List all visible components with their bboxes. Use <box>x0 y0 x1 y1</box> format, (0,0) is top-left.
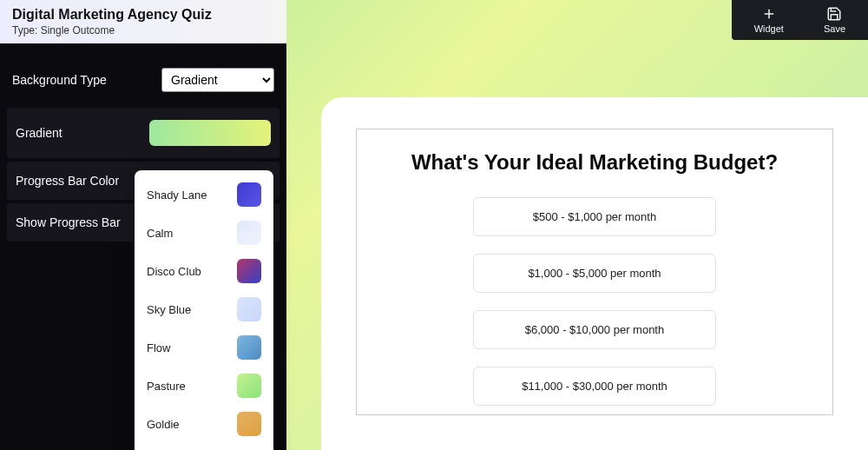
sidebar-header: Digital Marketing Agency Quiz Type: Sing… <box>0 0 286 43</box>
gradient-chip-disco <box>237 259 261 283</box>
gradient-option-goldie[interactable]: Goldie <box>135 405 273 443</box>
canvas-area: Widget Save What's Your Ideal Marketing … <box>286 0 868 450</box>
gradient-preview-swatch[interactable] <box>149 120 271 146</box>
gradient-option-sky[interactable]: Sky Blue <box>135 290 273 328</box>
quiz-type: Type: Single Outcome <box>12 24 274 36</box>
gradient-option-shady[interactable]: Shady Lane <box>135 175 273 214</box>
gradient-chip-goldie <box>237 412 261 436</box>
gradient-option-flow[interactable]: Flow <box>135 328 273 367</box>
gradient-option-label: Pasture <box>147 380 186 393</box>
save-button[interactable]: Save <box>817 3 852 36</box>
gradient-chip-sky <box>237 297 261 321</box>
progress-bar-color-label: Progress Bar Color <box>16 174 119 188</box>
quiz-answers: $500 - $1,000 per month$1,000 - $5,000 p… <box>473 197 716 406</box>
gradient-option-label: Shady Lane <box>147 189 207 202</box>
quiz-question: What's Your Ideal Marketing Budget? <box>411 150 778 175</box>
quiz-answer-2[interactable]: $6,000 - $10,000 per month <box>473 310 716 349</box>
gradient-chip-pasture <box>237 374 261 398</box>
sidebar: Digital Marketing Agency Quiz Type: Sing… <box>0 0 286 450</box>
topbar: Widget Save <box>732 0 868 40</box>
gradient-option-label: Goldie <box>147 418 180 431</box>
background-type-row: Background Type Gradient <box>0 56 286 104</box>
gradient-option-label: Disco Club <box>147 265 201 278</box>
gradient-option-label: Sky Blue <box>147 303 191 316</box>
widget-button[interactable]: Widget <box>747 3 791 36</box>
gradient-option-label: Calm <box>147 227 173 240</box>
gradient-chip-calm <box>237 221 261 245</box>
quiz-title: Digital Marketing Agency Quiz <box>12 7 274 23</box>
gradient-option-label: Flow <box>147 341 170 354</box>
gradient-option-pasture[interactable]: Pasture <box>135 367 273 405</box>
gradient-row[interactable]: Gradient <box>7 108 279 158</box>
gradient-chip-flow <box>237 335 261 360</box>
gradient-option-bubble[interactable]: Bubble <box>135 443 273 450</box>
quiz-answer-3[interactable]: $11,000 - $30,000 per month <box>473 367 716 406</box>
quiz-answer-1[interactable]: $1,000 - $5,000 per month <box>473 254 716 293</box>
plus-icon <box>761 6 777 22</box>
gradient-dropdown: Shady LaneCalmDisco ClubSky BlueFlowPast… <box>135 170 273 450</box>
gradient-chip-shady <box>237 182 261 207</box>
sidebar-controls: Background Type Gradient Gradient Progre… <box>0 43 286 450</box>
show-progress-bar-label: Show Progress Bar <box>16 215 121 229</box>
background-type-label: Background Type <box>12 73 107 87</box>
gradient-label: Gradient <box>16 126 62 140</box>
gradient-option-disco[interactable]: Disco Club <box>135 252 273 290</box>
quiz-inner: What's Your Ideal Marketing Budget? $500… <box>356 129 833 415</box>
save-icon <box>826 6 842 22</box>
quiz-answer-0[interactable]: $500 - $1,000 per month <box>473 197 716 236</box>
background-type-select[interactable]: Gradient <box>161 68 274 92</box>
gradient-option-calm[interactable]: Calm <box>135 214 273 252</box>
quiz-card: What's Your Ideal Marketing Budget? $500… <box>321 97 868 450</box>
